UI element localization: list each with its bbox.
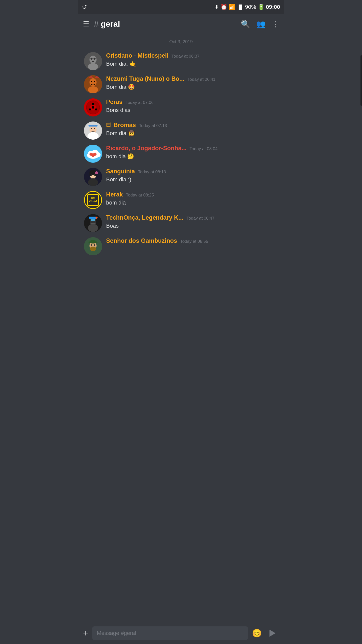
- message-row: Sanguinia Today at 08:13 Bom dia :): [82, 165, 280, 188]
- status-icons: ⬇︎ ⏰ 📶 ▐▌ 90% 🔋 09:00: [214, 4, 280, 10]
- attach-button[interactable]: +: [83, 628, 88, 638]
- timestamp: Today at 08:04: [190, 146, 218, 151]
- avatar: [84, 75, 102, 93]
- message-header: El Bromas Today at 07:13: [106, 122, 278, 129]
- svg-point-1: [89, 56, 97, 64]
- svg-point-3: [90, 58, 93, 60]
- message-content: Senhor dos Gambuzinos Today at 08:55: [106, 237, 278, 245]
- avatar: [84, 98, 102, 116]
- timestamp: Today at 08:13: [138, 170, 166, 175]
- send-arrow-icon: [269, 630, 276, 637]
- message-row: TechnOnça, Legendary K... Today at 08:47…: [82, 212, 280, 235]
- svg-point-58: [91, 244, 92, 246]
- svg-point-22: [91, 128, 92, 129]
- message-content: El Bromas Today at 07:13 Bom dia 🤠: [106, 122, 278, 137]
- avatar: [84, 237, 102, 255]
- username: Sanguinia: [106, 168, 135, 175]
- svg-point-17: [95, 108, 97, 110]
- message-row: Ricardo, o Jogador-Sonha... Today at 08:…: [82, 142, 280, 165]
- message-text: Bons dias: [106, 106, 278, 114]
- menu-button[interactable]: ☰: [83, 20, 89, 28]
- username: El Bromas: [106, 122, 136, 129]
- clock: 09:00: [266, 4, 280, 10]
- channel-hash: #: [94, 19, 99, 29]
- refresh-icon: ↺: [82, 4, 87, 11]
- date-divider-text: Oct 3, 2019: [169, 39, 193, 45]
- message-header: Sanguinia Today at 08:13: [106, 168, 278, 175]
- message-header: Ricardo, o Jogador-Sonha... Today at 08:…: [106, 145, 278, 152]
- message-text: Bom dia 🤩: [106, 83, 278, 91]
- date-divider: Oct 3, 2019: [78, 34, 284, 50]
- timestamp: Today at 07:13: [139, 123, 167, 128]
- channel-title-area: # geral: [94, 19, 241, 29]
- svg-point-48: [88, 224, 98, 232]
- username: Ricardo, o Jogador-Sonha...: [106, 145, 187, 152]
- message-text: bom dia: [106, 199, 278, 207]
- timestamp: Today at 07:06: [125, 100, 154, 105]
- header-actions: 🔍 👥 ⋮: [241, 20, 279, 28]
- message-content: Cristiano - Misticspell Today at 06:37 B…: [106, 52, 278, 68]
- svg-point-52: [96, 217, 98, 219]
- channel-name: geral: [101, 19, 120, 29]
- battery-percent: 90%: [245, 4, 256, 10]
- date-divider-line-right: [196, 42, 278, 42]
- emoji-button[interactable]: 😊: [252, 628, 262, 638]
- message-text: bom dia 🤔: [106, 153, 278, 160]
- timestamp: Today at 08:25: [126, 193, 154, 198]
- channel-header: ☰ # geral 🔍 👥 ⋮: [78, 14, 284, 34]
- svg-point-7: [91, 81, 92, 82]
- message-content: Peras Today at 07:06 Bons dias: [106, 98, 278, 114]
- more-icon[interactable]: ⋮: [272, 20, 279, 28]
- svg-point-18: [89, 108, 91, 110]
- svg-rect-39: [89, 171, 91, 176]
- bluetooth-icon: ⬇︎: [214, 4, 219, 10]
- username: TechnOnça, Legendary K...: [106, 214, 184, 221]
- svg-point-2: [88, 63, 98, 70]
- username: Herak: [106, 191, 123, 198]
- svg-point-4: [94, 58, 96, 60]
- message-input[interactable]: [92, 626, 248, 640]
- timestamp: Today at 06:37: [171, 54, 200, 59]
- message-text: Bom dia 🤠: [106, 130, 278, 137]
- message-row: El Bromas Today at 07:13 Bom dia 🤠: [82, 119, 280, 142]
- status-bar: ↺ ⬇︎ ⏰ 📶 ▐▌ 90% 🔋 09:00: [78, 0, 284, 14]
- svg-point-41: [95, 171, 98, 174]
- svg-text:Guild: Guild: [89, 199, 97, 203]
- username: Senhor dos Gambuzinos: [106, 237, 177, 244]
- timestamp: Today at 06:41: [188, 77, 216, 82]
- message-header: Nezumi Tuga (Nuno) o Bo... Today at 06:4…: [106, 75, 278, 82]
- avatar: [84, 122, 102, 140]
- svg-rect-57: [90, 240, 96, 243]
- svg-point-8: [94, 81, 95, 82]
- avatar: [84, 52, 102, 70]
- username: Peras: [106, 98, 122, 105]
- message-content: Sanguinia Today at 08:13 Bom dia :): [106, 168, 278, 184]
- message-content: Ricardo, o Jogador-Sonha... Today at 08:…: [106, 145, 278, 160]
- wifi-icon: 📶: [229, 4, 236, 10]
- message-content: TechnOnça, Legendary K... Today at 08:47…: [106, 214, 278, 230]
- message-content: Herak Today at 08:25 bom dia: [106, 191, 278, 207]
- svg-point-23: [94, 128, 95, 129]
- message-text: Boas: [106, 222, 278, 230]
- timestamp: Today at 08:55: [180, 239, 208, 244]
- send-button[interactable]: [266, 627, 279, 640]
- message-text: Bom dia. 🤙: [106, 60, 278, 68]
- message-row: Senhor dos Gambuzinos Today at 08:55: [82, 235, 280, 258]
- avatar: [84, 168, 102, 186]
- message-row: Nezumi Tuga (Nuno) o Bo... Today at 06:4…: [82, 73, 280, 96]
- message-header: Senhor dos Gambuzinos Today at 08:55: [106, 237, 278, 244]
- message-text: Bom dia :): [106, 176, 278, 184]
- members-icon[interactable]: 👥: [256, 20, 265, 28]
- avatar: [84, 145, 102, 163]
- message-row: THE Guild Herak Today at 08:25 bom dia: [82, 188, 280, 212]
- avatar: THE Guild: [84, 191, 102, 209]
- message-row: Cristiano - Misticspell Today at 06:37 B…: [82, 50, 280, 73]
- svg-rect-24: [88, 125, 98, 127]
- search-icon[interactable]: 🔍: [241, 20, 250, 28]
- svg-point-59: [94, 244, 95, 246]
- input-bar: + 😊: [78, 622, 284, 644]
- date-divider-line-left: [84, 42, 166, 42]
- avatar: [84, 214, 102, 232]
- alarm-icon: ⏰: [220, 4, 227, 10]
- message-header: Cristiano - Misticspell Today at 06:37: [106, 52, 278, 59]
